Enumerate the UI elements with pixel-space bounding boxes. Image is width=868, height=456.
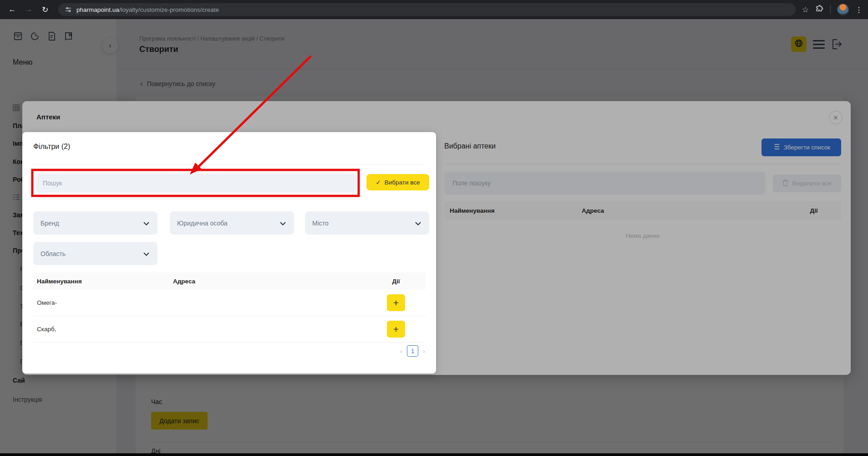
city-select[interactable]: Місто [305,211,429,235]
chevron-down-icon [415,220,421,227]
table-row: Скарб, + [33,316,426,343]
extensions-icon[interactable] [815,5,824,15]
select-all-label: Вибрати все [385,179,420,186]
select-label: Область [41,250,66,257]
site-info-icon[interactable] [65,6,72,13]
chevron-down-icon [143,220,149,227]
pharmacy-name: Омега- [33,299,173,306]
select-label: Місто [312,220,329,227]
pagination: ‹ 1 › [400,345,425,357]
bookmark-star-icon[interactable]: ☆ [802,5,809,15]
page-number[interactable]: 1 [407,345,418,357]
column-header: Адреса [173,278,366,285]
select-label: Бренд [41,220,59,227]
column-header: Найменування [33,278,173,285]
brand-select[interactable]: Бренд [33,211,157,235]
filters-panel: Фільтри (2) ✓ Вибрати все Бренд Юридична… [22,132,436,374]
legal-entity-select[interactable]: Юридична особа [170,211,294,235]
column-header: Дії [366,278,426,285]
reload-icon[interactable]: ↻ [38,3,52,16]
url-bar[interactable]: pharmapoint.ua/loyalty/customize-promoti… [58,3,796,16]
check-icon: ✓ [376,179,381,186]
region-select[interactable]: Область [33,242,157,265]
filters-title: Фільтри (2) [33,143,70,151]
select-label: Юридична особа [177,220,228,227]
divider [33,164,425,164]
add-pharmacy-button[interactable]: + [387,294,405,311]
toolbar-separator [830,5,831,14]
chevron-down-icon [143,250,149,257]
prev-page-icon[interactable]: ‹ [400,347,402,355]
browser-chrome: ← → ↻ pharmapoint.ua/loyalty/customize-p… [0,0,868,19]
url-path: /loyalty/customize-promotions/create [119,6,219,13]
chevron-down-icon [280,220,286,227]
select-all-button[interactable]: ✓ Вибрати все [366,174,429,190]
next-page-icon[interactable]: › [423,347,425,355]
profile-avatar[interactable] [837,4,849,15]
pharmacy-name: Скарб, [33,326,173,333]
filters-table-header: Найменування Адреса Дії [33,272,426,290]
screen: ← → ↻ pharmapoint.ua/loyalty/customize-p… [0,0,868,456]
url-domain: pharmapoint.ua [76,6,119,13]
add-pharmacy-button[interactable]: + [387,321,405,338]
browser-menu-icon[interactable]: ⋮ [855,5,863,14]
forward-icon[interactable]: → [22,3,36,16]
filters-search-input[interactable] [36,174,356,193]
window-bottom-edge [0,453,868,456]
url-text: pharmapoint.ua/loyalty/customize-promoti… [76,6,219,13]
table-row: Омега- + [33,290,426,316]
back-icon[interactable]: ← [5,3,19,16]
